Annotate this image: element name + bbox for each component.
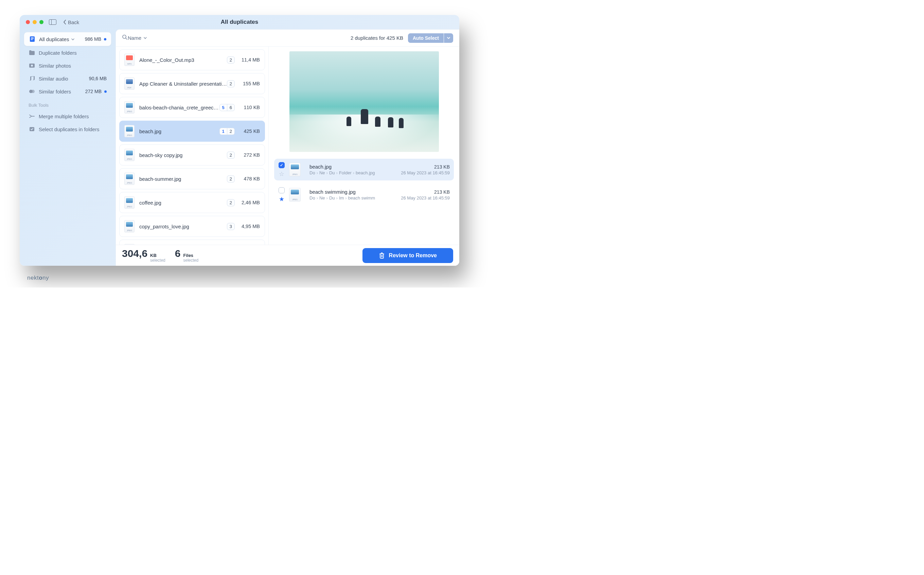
back-button[interactable]: Back bbox=[63, 19, 79, 25]
badge-group: 2 bbox=[227, 199, 235, 206]
file-row[interactable]: PDF Duplicate File Finder - PDF Tutorial… bbox=[119, 240, 265, 245]
file-row[interactable]: JPEG balos-beach-chania_crete_greece.j… … bbox=[119, 97, 265, 118]
sidebar-item[interactable]: Similar photos bbox=[24, 59, 111, 72]
selected-files-value: 6 bbox=[175, 248, 181, 259]
sidebar-item-size: 90,6 MB bbox=[89, 76, 107, 81]
dup-size: 213 KB bbox=[401, 189, 450, 195]
sidebar-toggle-icon[interactable] bbox=[49, 19, 56, 25]
sidebar-item-all-duplicates[interactable]: All duplicates 986 MB bbox=[24, 32, 111, 46]
file-thumbnail-icon: JPEG bbox=[124, 125, 135, 137]
sidebar-item[interactable]: Similar folders 272 MB bbox=[24, 85, 111, 98]
sidebar-item-label: Duplicate folders bbox=[39, 50, 77, 56]
dup-path: Do›Ne›Du›Im›beach swimm bbox=[309, 195, 397, 200]
dup-name: beach swimming.jpg bbox=[309, 189, 397, 195]
svg-rect-0 bbox=[30, 37, 35, 42]
badge-group: 2 bbox=[227, 80, 235, 87]
selected-files-stat: 6 Files selected bbox=[175, 248, 198, 263]
checkbox[interactable] bbox=[279, 187, 285, 193]
footer: 304,6 KB selected 6 Files selected bbox=[116, 245, 459, 266]
file-name: App Cleaner & Uninstaller presentation… bbox=[139, 81, 227, 87]
sidebar-item[interactable]: Duplicate folders bbox=[24, 46, 111, 59]
star-icon[interactable]: ☆ bbox=[279, 171, 284, 177]
body: All duplicates 986 MB Duplicate folders … bbox=[20, 29, 459, 266]
count-badge: 2 bbox=[227, 128, 235, 135]
badge-group: 2 bbox=[227, 175, 235, 183]
sidebar-item-size: 272 MB bbox=[85, 89, 101, 94]
brand-logo: nektony bbox=[27, 275, 49, 281]
selected-size-value: 304,6 bbox=[122, 248, 147, 259]
svg-rect-2 bbox=[31, 38, 33, 39]
toolbar: Name 2 duplicates for 425 KB Auto Select bbox=[116, 30, 459, 46]
svg-point-5 bbox=[31, 65, 33, 67]
badge-group: 2 bbox=[227, 152, 235, 159]
file-row[interactable]: JPEG coffee.jpg 2 2,46 MB bbox=[119, 192, 265, 213]
sidebar-item-label: Similar photos bbox=[39, 63, 71, 69]
file-row[interactable]: JPEG beach.jpg 12 425 KB bbox=[119, 121, 265, 142]
sidebar-item[interactable]: Similar audio 90,6 MB bbox=[24, 72, 111, 85]
dup-size: 213 KB bbox=[401, 164, 450, 170]
file-thumbnail-icon: PDF bbox=[124, 244, 135, 245]
file-name: beach-summer.jpg bbox=[139, 176, 227, 182]
file-thumbnail-icon: MP3 bbox=[124, 54, 135, 66]
selected-size-stat: 304,6 KB selected bbox=[122, 248, 165, 263]
selected-files-sub: selected bbox=[183, 258, 198, 263]
auto-select-button[interactable]: Auto Select bbox=[408, 33, 444, 43]
sidebar-icon bbox=[29, 49, 35, 56]
chevron-down-icon bbox=[71, 37, 75, 41]
file-name: Alone_-_Color_Out.mp3 bbox=[139, 57, 227, 63]
dup-path: Do›Ne›Du›Folder›beach.jpg bbox=[309, 170, 397, 175]
count-badge: 2 bbox=[227, 56, 235, 64]
search-icon[interactable] bbox=[122, 34, 128, 41]
badge-group: 3 bbox=[227, 223, 235, 230]
columns: MP3 Alone_-_Color_Out.mp3 2 11,4 MBPDF A… bbox=[116, 46, 459, 245]
count-badge: 2 bbox=[227, 199, 235, 206]
back-label: Back bbox=[68, 19, 79, 25]
sidebar-tool[interactable]: Select duplicates in folders bbox=[24, 123, 111, 136]
file-size: 4,95 MB bbox=[238, 224, 260, 229]
zoom-window-button[interactable] bbox=[40, 20, 43, 24]
app-window: Back All duplicates All duplicates 986 M… bbox=[20, 15, 459, 266]
checkbox[interactable] bbox=[279, 162, 285, 168]
sidebar-tool[interactable]: Merge multiple folders bbox=[24, 110, 111, 123]
file-row[interactable]: PDF App Cleaner & Uninstaller presentati… bbox=[119, 73, 265, 94]
dup-name: beach.jpg bbox=[309, 164, 397, 170]
selected-size-sub: selected bbox=[150, 258, 165, 263]
file-thumbnail-icon: JPEG bbox=[124, 149, 135, 161]
detail-pane: ☆ JPEG beach.jpg Do›Ne›Du›Folder›beach.j… bbox=[269, 46, 459, 245]
trash-icon bbox=[379, 252, 385, 259]
dup-controls: ★ bbox=[278, 187, 285, 202]
file-row[interactable]: MP3 Alone_-_Color_Out.mp3 2 11,4 MB bbox=[119, 49, 265, 70]
file-row[interactable]: JPEG beach-sky copy.jpg 2 272 KB bbox=[119, 145, 265, 165]
file-name: coffee.jpg bbox=[139, 200, 227, 206]
tool-icon bbox=[29, 113, 35, 120]
svg-rect-3 bbox=[31, 40, 33, 40]
chevron-left-icon bbox=[63, 20, 67, 24]
file-list[interactable]: MP3 Alone_-_Color_Out.mp3 2 11,4 MBPDF A… bbox=[116, 46, 269, 245]
sidebar-primary-label: All duplicates bbox=[39, 37, 69, 42]
sort-button[interactable]: Name bbox=[128, 35, 147, 41]
dup-meta: 213 KB 26 May 2023 at 16:45:59 bbox=[401, 189, 450, 200]
content-card: Name 2 duplicates for 425 KB Auto Select… bbox=[116, 29, 459, 266]
minimize-window-button[interactable] bbox=[33, 20, 37, 24]
close-window-button[interactable] bbox=[26, 20, 30, 24]
star-icon[interactable]: ★ bbox=[279, 196, 284, 202]
count-badge: 2 bbox=[227, 80, 235, 87]
svg-point-7 bbox=[31, 90, 35, 93]
file-size: 110 KB bbox=[238, 105, 260, 110]
file-thumbnail-icon: JPEG bbox=[124, 173, 135, 185]
duplicate-card[interactable]: ★ JPEG beach swimming.jpg Do›Ne›Du›Im›be… bbox=[274, 184, 454, 206]
sidebar-item-label: Similar folders bbox=[39, 89, 71, 94]
count-badge: 3 bbox=[227, 223, 235, 230]
file-size: 272 KB bbox=[238, 152, 260, 158]
chevron-down-icon bbox=[447, 36, 450, 40]
indicator-dot-icon bbox=[104, 91, 107, 93]
file-size: 478 KB bbox=[238, 176, 260, 181]
duplicate-card[interactable]: ☆ JPEG beach.jpg Do›Ne›Du›Folder›beach.j… bbox=[274, 159, 454, 181]
file-row[interactable]: JPEG beach-summer.jpg 2 478 KB bbox=[119, 168, 265, 189]
file-row[interactable]: JPEG copy_parrots_love.jpg 3 4,95 MB bbox=[119, 216, 265, 237]
sidebar-tool-label: Merge multiple folders bbox=[39, 113, 89, 119]
review-to-remove-button[interactable]: Review to Remove bbox=[363, 248, 453, 263]
auto-select-dropdown[interactable] bbox=[444, 33, 453, 43]
window-controls bbox=[26, 20, 43, 24]
file-thumbnail-icon: JPEG bbox=[289, 163, 301, 176]
